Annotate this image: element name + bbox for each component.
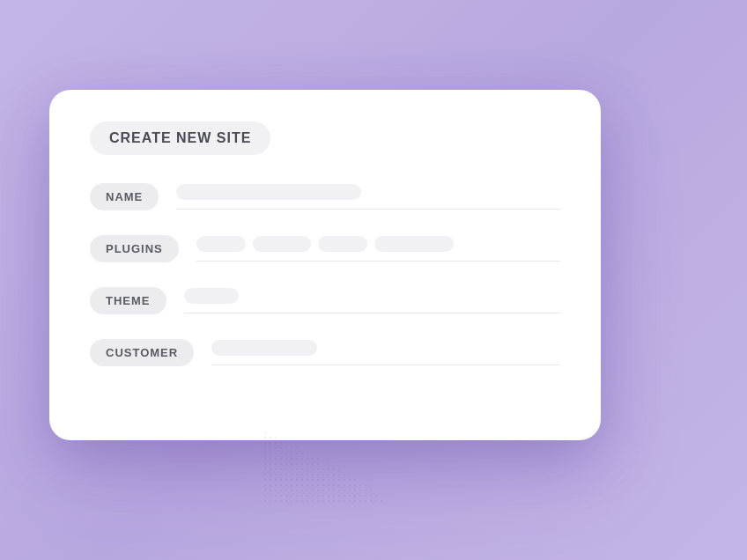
- theme-value-placeholder: [184, 288, 239, 304]
- theme-label: THEME: [90, 287, 166, 314]
- plugin-chip: [374, 236, 454, 252]
- name-value-placeholder: [176, 184, 361, 200]
- plugins-label: PLUGINS: [90, 235, 179, 262]
- plugin-chip: [253, 236, 311, 252]
- form-row-theme: THEME: [90, 287, 560, 314]
- create-site-card: CREATE NEW SITE NAME PLUGINS THEME: [49, 90, 601, 440]
- name-input[interactable]: [176, 184, 560, 210]
- plugin-chip: [318, 236, 367, 252]
- theme-input[interactable]: [184, 288, 561, 313]
- plugins-input[interactable]: [196, 236, 560, 262]
- form-row-name: NAME: [90, 183, 560, 210]
- customer-input[interactable]: [211, 340, 560, 365]
- customer-value-placeholder: [211, 340, 317, 356]
- dots-decoration: [264, 431, 405, 502]
- card-title: CREATE NEW SITE: [90, 122, 270, 155]
- plugin-chip: [196, 236, 246, 252]
- form-rows: NAME PLUGINS THEME CUSTOMER: [90, 183, 560, 366]
- form-row-plugins: PLUGINS: [90, 235, 560, 262]
- name-label: NAME: [90, 183, 159, 210]
- form-row-customer: CUSTOMER: [90, 339, 560, 366]
- customer-label: CUSTOMER: [90, 339, 194, 366]
